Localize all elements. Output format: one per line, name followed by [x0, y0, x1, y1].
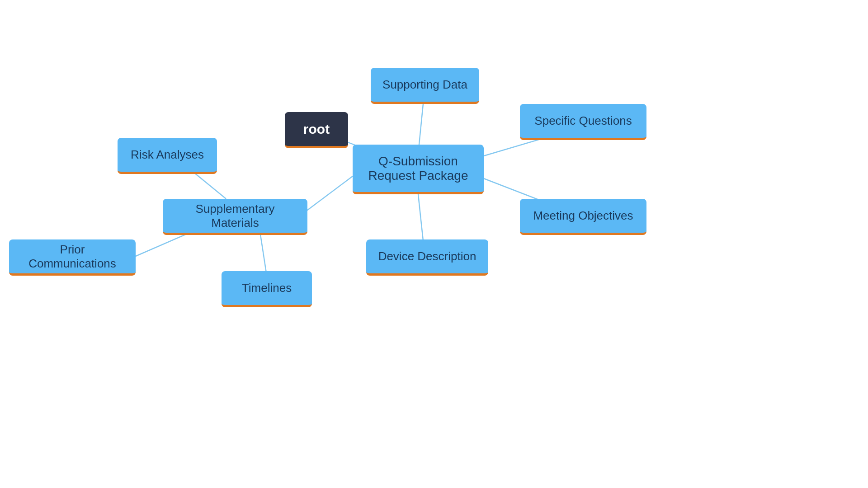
root-node[interactable]: root — [285, 112, 348, 148]
supporting-data-node[interactable]: Supporting Data — [371, 68, 479, 104]
risk-analyses-label: Risk Analyses — [131, 148, 204, 162]
meeting-objectives-node[interactable]: Meeting Objectives — [520, 199, 646, 235]
supplementary-materials-label: Supplementary Materials — [174, 202, 297, 230]
root-label: root — [303, 122, 330, 137]
device-description-node[interactable]: Device Description — [366, 239, 488, 276]
device-description-label: Device Description — [378, 249, 476, 263]
specific-questions-label: Specific Questions — [534, 114, 632, 128]
supporting-data-label: Supporting Data — [382, 78, 467, 92]
prior-communications-node[interactable]: Prior Communications — [9, 239, 136, 276]
prior-communications-label: Prior Communications — [20, 243, 125, 271]
specific-questions-node[interactable]: Specific Questions — [520, 104, 646, 140]
mindmap-canvas: root Q-Submission Request Package Suppor… — [0, 0, 868, 488]
qsubmission-node[interactable]: Q-Submission Request Package — [353, 145, 484, 194]
timelines-label: Timelines — [242, 281, 292, 295]
risk-analyses-node[interactable]: Risk Analyses — [118, 138, 217, 174]
qsubmission-label: Q-Submission Request Package — [363, 154, 473, 183]
timelines-node[interactable]: Timelines — [222, 271, 312, 307]
meeting-objectives-label: Meeting Objectives — [533, 209, 633, 223]
supplementary-materials-node[interactable]: Supplementary Materials — [163, 199, 307, 235]
